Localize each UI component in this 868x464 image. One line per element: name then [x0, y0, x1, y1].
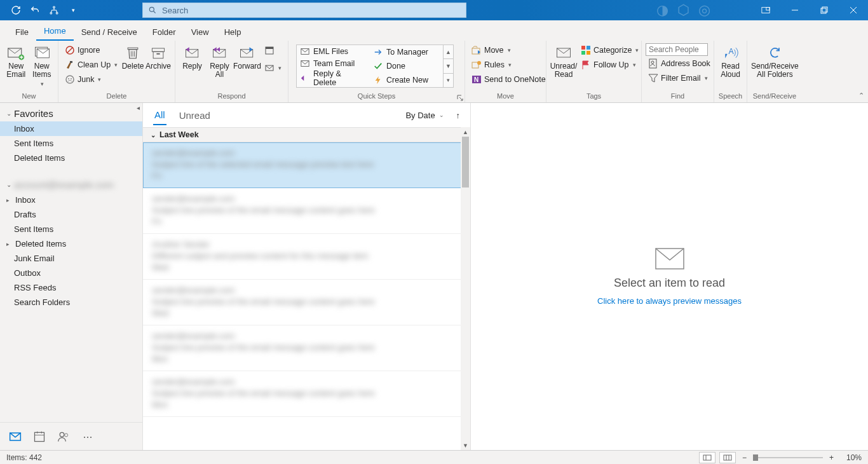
clean-up-button[interactable]: Clean Up▾ — [62, 58, 120, 72]
qs-create-new[interactable]: Create New — [370, 73, 443, 87]
delete-icon — [124, 44, 142, 61]
svg-rect-44 — [581, 51, 585, 55]
move-button[interactable]: Move▾ — [469, 43, 548, 57]
message-item[interactable]: sender@example.comSubject line preview o… — [143, 371, 470, 417]
meeting-icon — [264, 45, 275, 55]
send-receive-icon — [766, 44, 783, 61]
folder-rss-feeds[interactable]: RSS Feeds — [0, 280, 142, 295]
collapse-folder-pane-icon[interactable]: ◂ — [137, 104, 140, 111]
rules-button[interactable]: Rules▾ — [469, 58, 548, 72]
read-aloud-icon: A — [722, 44, 740, 61]
folder-sent-items[interactable]: Sent Items — [0, 136, 142, 151]
ignore-button[interactable]: Ignore — [62, 43, 120, 57]
ribbon-display-icon[interactable] — [751, 0, 780, 20]
search-input[interactable]: Search — [142, 3, 466, 18]
favorites-header[interactable]: ⌄Favorites — [0, 103, 142, 121]
new-email-button[interactable]: New Email — [4, 43, 29, 79]
send-receive-all-button[interactable]: Send/Receive All Folders — [751, 43, 799, 79]
message-item[interactable]: Another SenderDifferent subject and prev… — [143, 234, 470, 280]
minimize-button[interactable] — [780, 0, 810, 20]
close-button[interactable] — [839, 0, 868, 20]
folder-inbox[interactable]: Inbox — [0, 121, 142, 136]
tab-send-receive[interactable]: Send / Receive — [74, 24, 145, 41]
view-normal-button[interactable] — [699, 452, 715, 463]
tab-file[interactable]: File — [8, 24, 36, 41]
tab-view[interactable]: View — [184, 24, 217, 41]
scroll-up-icon[interactable]: ▲ — [461, 127, 470, 137]
scroll-thumb[interactable] — [462, 137, 469, 188]
dialog-launcher-icon[interactable] — [457, 95, 463, 101]
folder-outbox[interactable]: Outbox — [0, 266, 142, 280]
group-label-new: New — [0, 92, 58, 102]
qat-dropdown-icon[interactable]: ▾ — [67, 4, 79, 16]
folder-sent-items-2[interactable]: Sent Items — [0, 222, 142, 236]
mail-nav-icon[interactable] — [9, 430, 22, 443]
more-respond-button[interactable]: ▾ — [262, 61, 284, 75]
folder-junk-email[interactable]: Junk Email — [0, 251, 142, 266]
new-items-icon — [33, 44, 51, 61]
qs-scroll-up[interactable]: ▲ — [444, 45, 453, 59]
filter-unread[interactable]: Unread — [178, 106, 212, 125]
follow-up-button[interactable]: Follow Up▾ — [578, 58, 641, 72]
always-preview-link[interactable]: Click here to always preview messages — [597, 296, 742, 306]
categorize-button[interactable]: Categorize▾ — [578, 43, 641, 57]
search-people-input[interactable] — [646, 43, 708, 56]
folder-inbox-2[interactable]: ▸Inbox — [0, 193, 142, 207]
send-to-onenote-button[interactable]: NSend to OneNote — [469, 72, 548, 86]
view-reading-button[interactable] — [719, 452, 736, 463]
message-item[interactable]: sender@example.comSubject line preview o… — [143, 325, 470, 371]
message-group-header[interactable]: ⌄Last Week — [143, 127, 470, 142]
tab-home[interactable]: Home — [36, 22, 74, 41]
filter-all[interactable]: All — [153, 106, 166, 125]
undo-icon[interactable] — [29, 4, 41, 16]
folder-deleted-items-2[interactable]: ▸Deleted Items — [0, 236, 142, 251]
people-nav-icon[interactable] — [57, 430, 70, 443]
svg-point-38 — [477, 61, 481, 65]
qs-team-email[interactable]: Team Email — [297, 57, 370, 69]
qs-scroll-down[interactable]: ▼ — [444, 59, 453, 73]
message-item[interactable]: sender@example.comSubject line of the se… — [143, 142, 470, 188]
qs-reply-delete[interactable]: Reply & Delete — [297, 69, 370, 87]
collapse-ribbon-icon[interactable]: ⌃ — [858, 92, 864, 100]
qs-eml-files[interactable]: EML Files — [297, 45, 370, 57]
archive-button[interactable]: Archive — [146, 43, 171, 71]
forward-button[interactable]: Forward — [234, 43, 261, 71]
sort-by-date[interactable]: By Date ⌄ ↑ — [405, 111, 460, 120]
forward-arrow-icon — [374, 48, 383, 57]
quick-steps-gallery[interactable]: EML Files Team Email Reply & Delete To M… — [296, 44, 454, 88]
meeting-button[interactable] — [262, 43, 284, 57]
qs-to-manager[interactable]: To Manager — [370, 45, 443, 59]
message-item[interactable]: sender@example.comSubject line preview o… — [143, 188, 470, 234]
folder-deleted-items[interactable]: Deleted Items — [0, 151, 142, 165]
scroll-down-icon[interactable]: ▼ — [461, 440, 470, 450]
zoom-out-button[interactable]: − — [740, 453, 749, 462]
sort-direction-icon[interactable]: ↑ — [456, 111, 461, 120]
message-item[interactable]: sender@example.comSubject line preview o… — [143, 280, 470, 325]
reply-all-button[interactable]: Reply All — [207, 43, 233, 79]
read-aloud-button[interactable]: ARead Aloud — [718, 43, 743, 79]
filter-email-button[interactable]: Filter Email▾ — [646, 71, 710, 85]
unread-read-button[interactable]: Unread/ Read — [550, 43, 577, 79]
message-list-scrollbar[interactable]: ▲ ▼ — [461, 127, 470, 450]
qs-done[interactable]: Done — [370, 59, 443, 73]
qs-expand[interactable]: ▾ — [444, 74, 453, 87]
sync-icon[interactable] — [10, 4, 22, 16]
new-items-button[interactable]: New Items▾ — [30, 43, 55, 88]
group-label-speech: Speech — [714, 92, 747, 102]
more-nav-icon[interactable]: ··· — [81, 430, 94, 443]
folder-drafts[interactable]: Drafts — [0, 207, 142, 222]
reply-button[interactable]: Reply — [179, 43, 205, 71]
account-header[interactable]: ⌄account@example.com — [0, 174, 142, 193]
zoom-slider[interactable] — [753, 457, 823, 458]
address-book-button[interactable]: Address Book — [646, 57, 710, 71]
maximize-button[interactable] — [810, 0, 839, 20]
folder-search-folders[interactable]: Search Folders — [0, 295, 142, 310]
title-decoration: ◑ ⬡ ◎ — [656, 2, 713, 18]
tab-help[interactable]: Help — [217, 24, 249, 41]
org-icon[interactable] — [48, 4, 60, 16]
junk-button[interactable]: Junk▾ — [62, 72, 120, 86]
zoom-in-button[interactable]: + — [827, 453, 836, 462]
delete-button[interactable]: Delete — [121, 43, 144, 71]
calendar-nav-icon[interactable] — [33, 430, 46, 443]
tab-folder[interactable]: Folder — [145, 24, 184, 41]
